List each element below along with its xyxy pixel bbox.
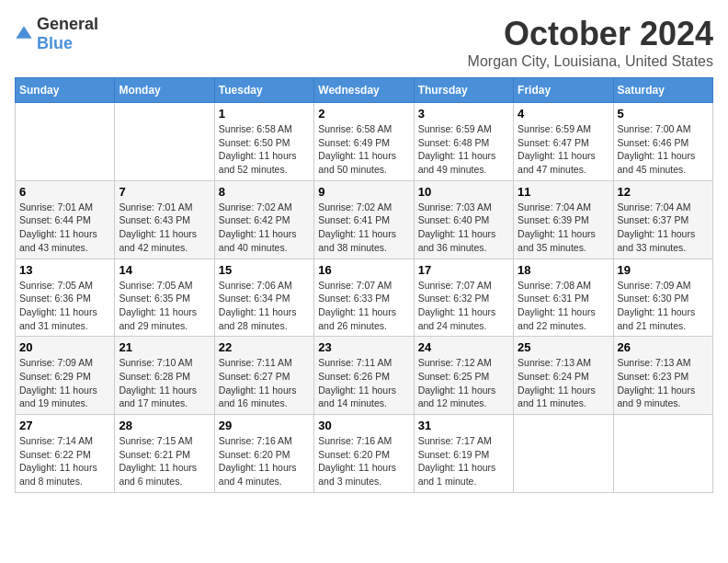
calendar-cell — [16, 103, 115, 181]
day-number: 21 — [119, 340, 210, 354]
day-number: 10 — [418, 185, 509, 199]
calendar-header-wednesday: Wednesday — [314, 78, 414, 103]
day-number: 5 — [618, 107, 709, 121]
calendar-week-5: 27Sunrise: 7:14 AMSunset: 6:22 PMDayligh… — [16, 415, 713, 493]
calendar-cell: 24Sunrise: 7:12 AMSunset: 6:25 PMDayligh… — [414, 337, 513, 415]
page-header: General Blue October 2024 Morgan City, L… — [15, 15, 713, 70]
day-number: 16 — [318, 263, 409, 277]
day-info: Sunrise: 6:59 AMSunset: 6:47 PMDaylight:… — [518, 122, 609, 177]
day-number: 24 — [418, 340, 509, 354]
day-info: Sunrise: 7:09 AMSunset: 6:30 PMDaylight:… — [618, 279, 709, 333]
day-number: 26 — [618, 340, 709, 354]
day-info: Sunrise: 7:09 AMSunset: 6:29 PMDaylight:… — [19, 356, 110, 410]
logo: General Blue — [15, 15, 98, 53]
day-info: Sunrise: 7:01 AMSunset: 6:43 PMDaylight:… — [119, 201, 210, 255]
calendar-cell: 2Sunrise: 6:58 AMSunset: 6:49 PMDaylight… — [314, 103, 414, 181]
calendar-cell: 13Sunrise: 7:05 AMSunset: 6:36 PMDayligh… — [16, 259, 115, 337]
day-info: Sunrise: 7:14 AMSunset: 6:22 PMDaylight:… — [19, 434, 110, 488]
calendar-header-saturday: Saturday — [613, 78, 712, 103]
day-info: Sunrise: 6:58 AMSunset: 6:49 PMDaylight:… — [318, 122, 409, 177]
calendar-cell: 23Sunrise: 7:11 AMSunset: 6:26 PMDayligh… — [314, 337, 414, 415]
day-info: Sunrise: 7:04 AMSunset: 6:37 PMDaylight:… — [618, 201, 709, 255]
day-info: Sunrise: 7:15 AMSunset: 6:21 PMDaylight:… — [119, 434, 210, 488]
calendar-cell: 27Sunrise: 7:14 AMSunset: 6:22 PMDayligh… — [16, 415, 115, 493]
day-info: Sunrise: 7:11 AMSunset: 6:26 PMDaylight:… — [318, 356, 409, 410]
day-number: 31 — [418, 419, 509, 432]
day-number: 7 — [119, 185, 210, 199]
calendar-cell: 9Sunrise: 7:02 AMSunset: 6:41 PMDaylight… — [314, 180, 414, 259]
calendar-cell: 12Sunrise: 7:04 AMSunset: 6:37 PMDayligh… — [613, 180, 712, 259]
day-info: Sunrise: 7:17 AMSunset: 6:19 PMDaylight:… — [418, 434, 509, 488]
day-number: 14 — [119, 263, 210, 277]
calendar-header-tuesday: Tuesday — [214, 78, 313, 103]
day-info: Sunrise: 7:07 AMSunset: 6:32 PMDaylight:… — [418, 279, 509, 333]
logo-icon — [15, 25, 33, 43]
day-info: Sunrise: 7:05 AMSunset: 6:36 PMDaylight:… — [19, 279, 110, 333]
calendar-cell — [613, 415, 712, 493]
calendar-week-3: 13Sunrise: 7:05 AMSunset: 6:36 PMDayligh… — [16, 259, 713, 337]
calendar-week-2: 6Sunrise: 7:01 AMSunset: 6:44 PMDaylight… — [16, 180, 713, 259]
calendar-cell: 22Sunrise: 7:11 AMSunset: 6:27 PMDayligh… — [214, 337, 313, 415]
day-info: Sunrise: 7:00 AMSunset: 6:46 PMDaylight:… — [618, 122, 709, 177]
day-info: Sunrise: 7:13 AMSunset: 6:23 PMDaylight:… — [618, 356, 709, 410]
calendar-cell: 25Sunrise: 7:13 AMSunset: 6:24 PMDayligh… — [514, 337, 613, 415]
day-info: Sunrise: 7:16 AMSunset: 6:20 PMDaylight:… — [318, 434, 409, 488]
calendar-header-thursday: Thursday — [414, 78, 513, 103]
calendar-cell: 7Sunrise: 7:01 AMSunset: 6:43 PMDaylight… — [115, 180, 214, 259]
calendar-cell: 19Sunrise: 7:09 AMSunset: 6:30 PMDayligh… — [613, 259, 712, 337]
calendar-cell: 15Sunrise: 7:06 AMSunset: 6:34 PMDayligh… — [214, 259, 313, 337]
calendar-week-1: 1Sunrise: 6:58 AMSunset: 6:50 PMDaylight… — [16, 103, 713, 181]
day-number: 20 — [19, 340, 110, 354]
calendar-cell: 8Sunrise: 7:02 AMSunset: 6:42 PMDaylight… — [214, 180, 313, 259]
location-title: Morgan City, Louisiana, United States — [468, 53, 713, 70]
day-number: 22 — [219, 340, 310, 354]
day-number: 13 — [19, 263, 110, 277]
calendar-header-row: SundayMondayTuesdayWednesdayThursdayFrid… — [16, 78, 713, 103]
day-info: Sunrise: 7:08 AMSunset: 6:31 PMDaylight:… — [518, 279, 609, 333]
day-number: 23 — [318, 340, 409, 354]
calendar-cell: 1Sunrise: 6:58 AMSunset: 6:50 PMDaylight… — [214, 103, 313, 181]
title-block: October 2024 Morgan City, Louisiana, Uni… — [468, 15, 713, 70]
calendar-cell: 21Sunrise: 7:10 AMSunset: 6:28 PMDayligh… — [115, 337, 214, 415]
calendar-header-friday: Friday — [514, 78, 613, 103]
calendar-cell: 18Sunrise: 7:08 AMSunset: 6:31 PMDayligh… — [514, 259, 613, 337]
day-info: Sunrise: 7:02 AMSunset: 6:41 PMDaylight:… — [318, 201, 409, 255]
day-info: Sunrise: 7:16 AMSunset: 6:20 PMDaylight:… — [219, 434, 310, 488]
calendar-cell — [115, 103, 214, 181]
day-number: 4 — [518, 107, 609, 121]
day-number: 18 — [518, 263, 609, 277]
day-number: 1 — [219, 107, 310, 121]
calendar-cell: 30Sunrise: 7:16 AMSunset: 6:20 PMDayligh… — [314, 415, 414, 493]
calendar-cell: 14Sunrise: 7:05 AMSunset: 6:35 PMDayligh… — [115, 259, 214, 337]
day-info: Sunrise: 7:06 AMSunset: 6:34 PMDaylight:… — [219, 279, 310, 333]
day-number: 8 — [219, 185, 310, 199]
day-number: 29 — [219, 419, 310, 432]
day-info: Sunrise: 6:58 AMSunset: 6:50 PMDaylight:… — [219, 122, 310, 177]
day-number: 2 — [318, 107, 409, 121]
calendar-cell: 26Sunrise: 7:13 AMSunset: 6:23 PMDayligh… — [613, 337, 712, 415]
day-number: 17 — [418, 263, 509, 277]
month-title: October 2024 — [468, 15, 713, 53]
day-number: 27 — [19, 419, 110, 432]
day-number: 15 — [219, 263, 310, 277]
day-number: 6 — [19, 185, 110, 199]
day-number: 28 — [119, 419, 210, 432]
day-info: Sunrise: 7:13 AMSunset: 6:24 PMDaylight:… — [518, 356, 609, 410]
calendar-cell: 6Sunrise: 7:01 AMSunset: 6:44 PMDaylight… — [16, 180, 115, 259]
calendar-cell: 31Sunrise: 7:17 AMSunset: 6:19 PMDayligh… — [414, 415, 513, 493]
calendar-header-monday: Monday — [115, 78, 214, 103]
calendar-cell: 29Sunrise: 7:16 AMSunset: 6:20 PMDayligh… — [214, 415, 313, 493]
day-number: 25 — [518, 340, 609, 354]
calendar-cell: 16Sunrise: 7:07 AMSunset: 6:33 PMDayligh… — [314, 259, 414, 337]
day-number: 11 — [518, 185, 609, 199]
calendar-cell: 5Sunrise: 7:00 AMSunset: 6:46 PMDaylight… — [613, 103, 712, 181]
calendar-header-sunday: Sunday — [16, 78, 115, 103]
logo-text: General Blue — [37, 15, 98, 53]
calendar-week-4: 20Sunrise: 7:09 AMSunset: 6:29 PMDayligh… — [16, 337, 713, 415]
svg-marker-0 — [16, 26, 31, 38]
day-number: 3 — [418, 107, 509, 121]
day-info: Sunrise: 7:10 AMSunset: 6:28 PMDaylight:… — [119, 356, 210, 410]
calendar-cell: 10Sunrise: 7:03 AMSunset: 6:40 PMDayligh… — [414, 180, 513, 259]
calendar-table: SundayMondayTuesdayWednesdayThursdayFrid… — [15, 77, 713, 493]
day-number: 30 — [318, 419, 409, 432]
